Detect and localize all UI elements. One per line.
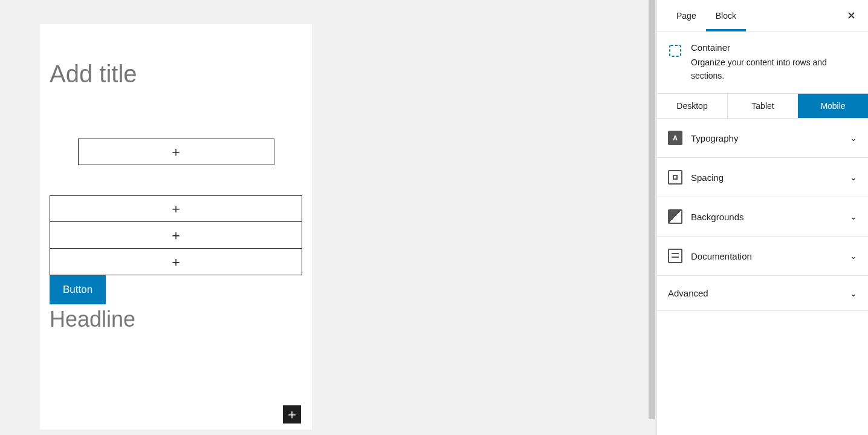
documentation-icon — [668, 249, 682, 263]
panel-label: Spacing — [691, 172, 841, 183]
chevron-down-icon: ⌄ — [850, 133, 857, 143]
container-appender-single[interactable]: ＋ — [78, 139, 274, 165]
tab-block[interactable]: Block — [706, 0, 746, 31]
panel-typography[interactable]: A Typography ⌄ — [657, 119, 868, 158]
container-appender-row-1[interactable]: ＋ — [50, 195, 302, 222]
close-settings-button[interactable]: ✕ — [847, 9, 856, 22]
plus-icon: ＋ — [169, 255, 183, 269]
plus-icon: ＋ — [169, 145, 183, 159]
container-icon — [668, 44, 682, 58]
block-name: Container — [691, 42, 857, 53]
button-block[interactable]: Button — [50, 275, 106, 304]
title-input[interactable]: Add title — [40, 61, 312, 112]
panel-advanced[interactable]: Advanced ⌄ — [657, 276, 868, 311]
close-icon: ✕ — [847, 10, 856, 22]
svg-rect-0 — [670, 45, 681, 56]
device-tab-tablet[interactable]: Tablet — [728, 94, 798, 118]
editor-canvas: Add title ＋ ＋ ＋ ＋ Button Headline — [40, 24, 312, 430]
device-tab-desktop[interactable]: Desktop — [657, 94, 727, 118]
block-description: Organize your content into rows and sect… — [691, 56, 857, 82]
panel-spacing[interactable]: Spacing ⌄ — [657, 158, 868, 197]
settings-tabs: Page Block ✕ — [657, 0, 868, 31]
container-appender-row-3[interactable]: ＋ — [50, 249, 302, 275]
panel-label: Typography — [691, 133, 841, 143]
blocks-area: ＋ ＋ ＋ ＋ Button — [40, 139, 312, 304]
add-block-button[interactable]: ＋ — [283, 405, 301, 424]
device-tabs: Desktop Tablet Mobile — [657, 94, 868, 119]
spacing-icon — [668, 170, 682, 185]
panel-label: Backgrounds — [691, 212, 841, 222]
panel-documentation[interactable]: Documentation ⌄ — [657, 237, 868, 276]
chevron-down-icon: ⌄ — [850, 172, 857, 182]
device-tab-mobile[interactable]: Mobile — [798, 94, 868, 118]
grid-block: ＋ ＋ ＋ — [50, 195, 302, 275]
chevron-down-icon: ⌄ — [850, 251, 857, 261]
container-appender-row-2[interactable]: ＋ — [50, 222, 302, 249]
editor-canvas-area: Add title ＋ ＋ ＋ ＋ Button Headline — [0, 0, 656, 435]
scrollbar[interactable]: ▴ — [648, 0, 656, 435]
block-info: Container Organize your content into row… — [657, 31, 868, 94]
chevron-down-icon: ⌄ — [850, 289, 857, 298]
typography-icon: A — [668, 131, 682, 145]
chevron-down-icon: ⌄ — [850, 212, 857, 221]
plus-icon: ＋ — [169, 229, 183, 242]
panel-label: Documentation — [691, 251, 841, 261]
backgrounds-icon — [668, 209, 682, 224]
panel-label: Advanced — [668, 288, 850, 298]
panel-backgrounds[interactable]: Backgrounds ⌄ — [657, 197, 868, 237]
headline-block[interactable]: Headline — [40, 304, 312, 335]
scrollbar-thumb[interactable] — [649, 0, 655, 419]
tab-page[interactable]: Page — [667, 0, 706, 31]
plus-icon: ＋ — [285, 405, 299, 424]
settings-sidebar: Page Block ✕ Container Organize your con… — [656, 0, 868, 435]
plus-icon: ＋ — [169, 202, 183, 215]
